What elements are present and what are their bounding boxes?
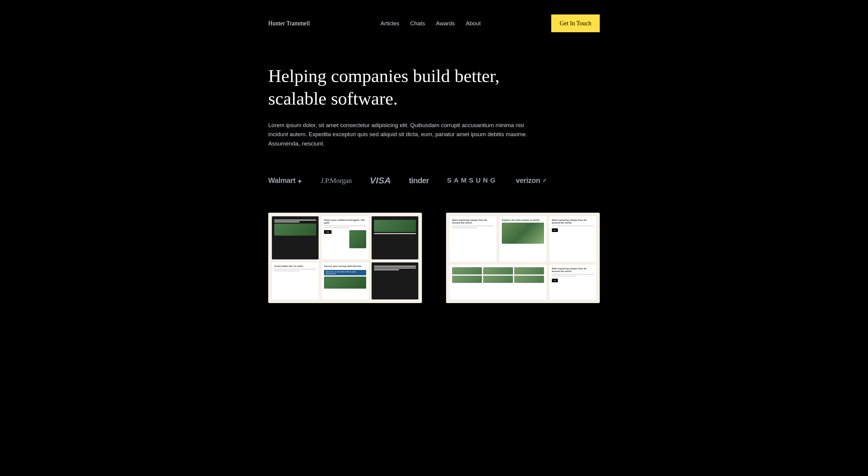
mock-button: Never buy or sell online without using E… [324, 270, 366, 275]
mock-layout: Start exploring camps from all around th… [450, 216, 596, 299]
mock-panel: Start exploring camps from all around th… [550, 265, 596, 300]
mock-title: Share your unfiltered thoughts. Get paid… [324, 219, 366, 224]
walmart-spark-icon [297, 178, 303, 183]
portfolio-grid: Share your unfiltered thoughts. Get paid… [268, 213, 600, 303]
mock-layout: Share your unfiltered thoughts. Get paid… [272, 216, 418, 299]
mock-panel: Secure your money with Escrow. Never buy… [321, 262, 368, 300]
mock-title: Start exploring camps from all around th… [452, 219, 494, 224]
mock-panel: Start exploring camps from all around th… [550, 216, 596, 262]
mock-title: Explore the best camps on Earth. [502, 219, 544, 221]
hero-section: Helping companies build better, scalable… [268, 47, 600, 148]
logo-walmart-text: Walmart [268, 176, 296, 185]
hero-subtitle: Lorem ipsum dolor, sit amet consectetur … [268, 121, 527, 148]
nav-awards[interactable]: Awards [436, 20, 455, 27]
mock-panel [272, 216, 318, 259]
mock-panel: A text editor like no other. [272, 262, 318, 300]
mock-panel [450, 265, 547, 300]
mock-panel [372, 262, 418, 300]
mock-title: Start exploring camps from all around th… [552, 267, 594, 273]
mock-panel: Start exploring camps from all around th… [450, 216, 496, 262]
mock-title: Secure your money with Escrow. [324, 265, 366, 267]
mock-button: Go [552, 279, 558, 282]
client-logos: Walmart J.P.Morgan VISA tinder SAMSUNG v… [268, 175, 600, 186]
mock-button: Go [552, 228, 558, 232]
logo-walmart: Walmart [268, 176, 303, 185]
nav-chats[interactable]: Chats [410, 20, 425, 27]
mock-button: Start [324, 230, 332, 234]
logo-visa: VISA [370, 175, 391, 186]
mock-panel: Explore the best camps on Earth. [499, 216, 546, 262]
site-header: Hunter Trammell Articles Chats Awards Ab… [268, 0, 600, 47]
nav-articles[interactable]: Articles [380, 20, 399, 27]
nav-about[interactable]: About [466, 20, 481, 27]
mock-panel [372, 216, 418, 259]
mock-panel: Share your unfiltered thoughts. Get paid… [321, 216, 368, 259]
mock-title: Start exploring camps from all around th… [552, 219, 594, 224]
logo-samsung: SAMSUNG [447, 177, 498, 184]
logo-jpmorgan: J.P.Morgan [321, 177, 352, 185]
hero-title: Helping companies build better, scalable… [268, 65, 503, 110]
mock-title: A text editor like no other. [274, 265, 316, 267]
logo-tinder: tinder [409, 176, 429, 185]
logo-verizon: verizon [516, 176, 547, 185]
get-in-touch-button[interactable]: Get In Touch [551, 14, 600, 32]
site-logo[interactable]: Hunter Trammell [268, 20, 310, 27]
portfolio-card-1[interactable]: Share your unfiltered thoughts. Get paid… [268, 213, 422, 303]
portfolio-card-2[interactable]: Start exploring camps from all around th… [446, 213, 600, 303]
main-nav: Articles Chats Awards About [380, 20, 481, 27]
